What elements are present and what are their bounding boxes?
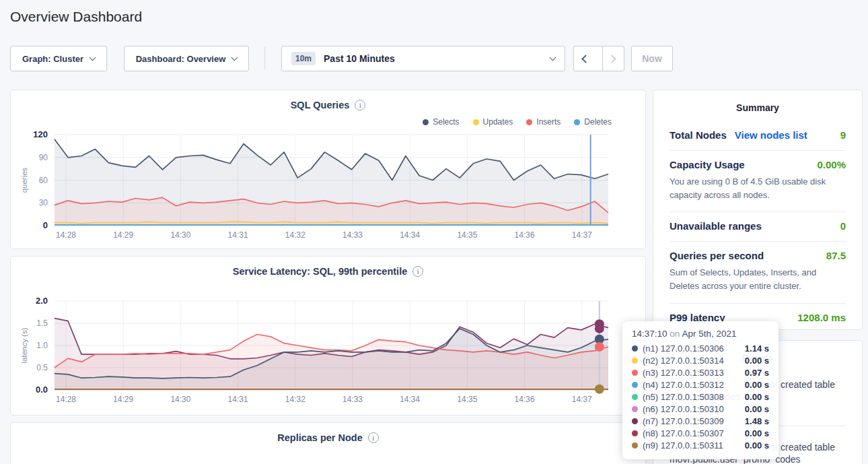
tooltip-node: (n7) 127.0.0.1:50309 [643, 416, 724, 426]
svg-text:14:32: 14:32 [285, 395, 305, 404]
latency-chart-card: Service Latency: SQL, 99th percentile i … [10, 256, 646, 416]
time-range-dropdown[interactable]: 10m Past 10 Minutes [281, 46, 565, 71]
chevron-left-icon [581, 55, 590, 63]
chevron-down-icon [231, 54, 238, 61]
svg-text:14:29: 14:29 [113, 395, 133, 404]
series-dot-icon [632, 358, 638, 364]
summary-item-value: 87.5 [826, 250, 846, 261]
time-next-button[interactable] [602, 46, 624, 71]
now-button-label: Now [642, 53, 662, 64]
summary-divider [670, 211, 846, 212]
svg-text:120: 120 [33, 129, 48, 139]
summary-divider [670, 150, 846, 151]
time-shift-group [573, 46, 624, 71]
series-dot-icon [632, 442, 638, 449]
svg-text:14:33: 14:33 [342, 230, 363, 240]
summary-item-desc: Sum of Selects, Updates, Inserts, and De… [670, 266, 846, 293]
summary-item-label: Capacity Usage [670, 159, 745, 170]
tooltip-node: (n8) 127.0.0.1:50307 [643, 428, 724, 438]
svg-text:14:34: 14:34 [400, 395, 420, 404]
tooltip-value: 1.48 s [745, 416, 769, 426]
tooltip-value: 1.14 s [745, 343, 769, 354]
sql-queries-plot[interactable]: 14:2814:2914:3014:3114:3214:3314:3414:35… [11, 90, 647, 250]
graph-dropdown-label: Graph: Cluster [22, 54, 83, 64]
svg-text:14:35: 14:35 [457, 395, 477, 404]
tooltip-row: (n7) 127.0.0.1:503091.48 s [632, 415, 769, 427]
tooltip-node: (n5) 127.0.0.1:50308 [643, 392, 724, 402]
svg-text:14:28: 14:28 [56, 395, 76, 404]
summary-item: Queries per second87.5Sum of Selects, Up… [670, 250, 846, 293]
tooltip-node: (n3) 127.0.0.1:50313 [643, 368, 724, 378]
now-button[interactable]: Now [631, 46, 673, 71]
svg-text:latency (s): latency (s) [20, 327, 28, 363]
summary-divider [670, 241, 846, 242]
summary-item-value: 0.00% [817, 159, 846, 170]
tooltip-node: (n2) 127.0.0.1:50314 [643, 356, 724, 366]
svg-text:60: 60 [39, 176, 48, 185]
svg-text:2.0: 2.0 [36, 296, 48, 306]
latency-plot[interactable]: 14:2814:2914:3014:3114:3214:3314:3414:35… [11, 257, 647, 416]
tooltip-value: 0.00 s [745, 356, 769, 366]
summary-item: Capacity Usage0.00%You are using 0 B of … [670, 159, 846, 202]
svg-text:14:30: 14:30 [170, 230, 190, 240]
svg-text:14:28: 14:28 [56, 230, 76, 240]
dashboard-dropdown-label: Dashboard: Overview [136, 54, 226, 64]
summary-title: Summary [670, 102, 846, 113]
svg-text:14:37: 14:37 [572, 230, 592, 240]
replicas-chart-card: Replicas per Node i [10, 422, 646, 464]
svg-text:14:36: 14:36 [515, 230, 535, 240]
tooltip-timestamp: 14:37:10 on Apr 5th, 2021 [632, 329, 769, 339]
tooltip-row: (n3) 127.0.0.1:503130.97 s [632, 366, 769, 378]
series-dot-icon [632, 370, 638, 376]
tooltip-value: 0.00 s [745, 404, 769, 414]
svg-text:14:37: 14:37 [572, 395, 592, 404]
tooltip-node: (n1) 127.0.0.1:50306 [643, 343, 724, 354]
summary-item-label: Queries per second [670, 250, 764, 261]
tooltip-value: 0.00 s [745, 428, 769, 438]
tooltip-node: (n6) 127.0.0.1:50310 [643, 404, 724, 414]
series-dot-icon [632, 394, 638, 400]
summary-item-value: 1208.0 ms [797, 312, 846, 323]
tooltip-value: 0.00 s [745, 440, 769, 451]
svg-text:14:34: 14:34 [400, 230, 420, 240]
summary-divider [670, 303, 846, 304]
page-title: Overview Dashboard [10, 9, 142, 25]
tooltip-row: (n2) 127.0.0.1:503140.00 s [632, 354, 769, 366]
series-dot-icon [632, 382, 638, 388]
svg-text:0.5: 0.5 [36, 363, 48, 372]
tooltip-row: (n1) 127.0.0.1:503061.14 s [632, 342, 769, 354]
svg-text:14:36: 14:36 [515, 395, 535, 404]
summary-item-value: 9 [840, 129, 846, 141]
summary-item: Unavailable ranges0 [670, 220, 846, 232]
tooltip-row: (n4) 127.0.0.1:503120.00 s [632, 378, 769, 391]
series-dot-icon [632, 430, 638, 436]
summary-item-desc: You are using 0 B of 4.5 GiB usable disk… [670, 175, 846, 202]
tooltip-row: (n8) 127.0.0.1:503070.00 s [632, 427, 769, 439]
graph-dropdown[interactable]: Graph: Cluster [10, 46, 107, 71]
tooltip-node: (n9) 127.0.0.1:50311 [643, 440, 723, 451]
series-dot-icon [632, 406, 638, 412]
tooltip-node: (n4) 127.0.0.1:50312 [643, 380, 724, 390]
time-range-label: Past 10 Minutes [324, 53, 395, 64]
tooltip-row: (n9) 127.0.0.1:503110.00 s [632, 439, 769, 451]
svg-text:30: 30 [39, 198, 48, 207]
series-dot-icon [632, 345, 638, 352]
svg-text:14:31: 14:31 [228, 230, 248, 240]
dashboard-dropdown[interactable]: Dashboard: Overview [124, 46, 249, 71]
svg-text:14:30: 14:30 [170, 395, 190, 404]
chart-hover-tooltip: 14:37:10 on Apr 5th, 2021 (n1) 127.0.0.1… [622, 321, 779, 459]
tooltip-row: (n5) 127.0.0.1:503080.00 s [632, 391, 769, 403]
chart-title: Replicas per Node [277, 432, 363, 443]
svg-text:1.0: 1.0 [36, 341, 48, 350]
chevron-right-icon [608, 55, 617, 63]
toolbar-divider [264, 47, 265, 70]
svg-text:14:33: 14:33 [342, 395, 363, 404]
chevron-down-icon [550, 54, 556, 61]
info-icon[interactable]: i [368, 432, 379, 443]
sql-queries-chart-card: SQL Queries i SelectsUpdatesInsertsDelet… [10, 90, 646, 249]
svg-text:0: 0 [43, 220, 48, 230]
svg-text:queries: queries [20, 167, 28, 193]
summary-panel: Summary Total NodesView nodes list9Capac… [653, 90, 863, 330]
time-prev-button[interactable] [574, 46, 595, 71]
view-nodes-list-link[interactable]: View nodes list [735, 129, 807, 141]
